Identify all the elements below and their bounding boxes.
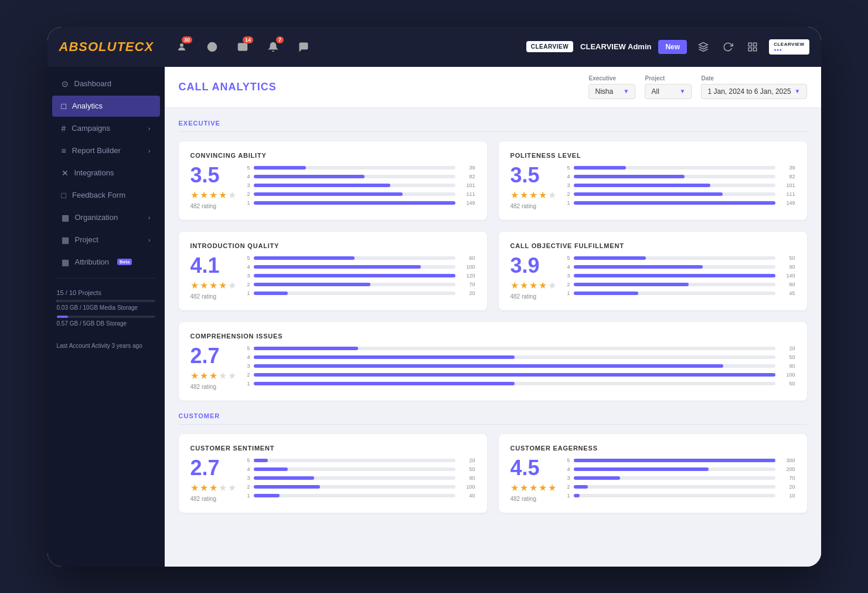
sidebar-item-dashboard[interactable]: ⊙ Dashboard [52, 73, 160, 94]
bar-row: 1 50 [246, 381, 795, 387]
bar-fill [254, 274, 455, 277]
rating-count: 482 rating [190, 384, 236, 390]
bar-value: 50 [779, 354, 795, 360]
bell-badge: 7 [276, 36, 284, 43]
bar-label: 1 [566, 493, 570, 499]
bar-track [254, 355, 775, 359]
project-label: Project [645, 75, 692, 82]
media-storage-bar-fill [57, 300, 57, 302]
attribution-badge: Beta [117, 259, 132, 265]
sidebar-item-analytics[interactable]: □ Analytics [52, 96, 160, 117]
user-badge: 30 [182, 36, 192, 43]
executive-select[interactable]: Nisha ▼ [588, 84, 635, 99]
cube-icon[interactable] [694, 38, 713, 56]
bar-label: 1 [246, 200, 250, 206]
bar-value: 149 [459, 200, 475, 206]
sidebar-item-integrations[interactable]: ✕ Integrations [52, 162, 160, 184]
grid-icon[interactable] [743, 38, 762, 56]
bar-row: 1 20 [246, 290, 475, 296]
metric-score: 3.9 [510, 255, 556, 276]
stars: ★★★★★ [510, 280, 556, 291]
bar-label: 3 [566, 273, 570, 279]
bar-row: 4 82 [566, 174, 795, 179]
bar-label: 2 [566, 191, 570, 197]
bar-value: 140 [779, 273, 795, 279]
sidebar-item-feedback-form[interactable]: □ Feedback Form [52, 185, 160, 206]
svg-point-0 [180, 43, 183, 47]
bar-label: 5 [566, 255, 570, 261]
project-chevron: ▼ [680, 88, 686, 94]
sidebar-item-organization[interactable]: ▦ Organization › [52, 207, 160, 228]
bar-track [574, 265, 775, 269]
bar-fill [254, 265, 421, 269]
app-logo: ABSOLUTECX [59, 39, 154, 55]
page-header: CALL ANALYTICS Executive Nisha ▼ Project… [165, 67, 821, 108]
sidebar-item-project[interactable]: ▦ Project › [52, 229, 160, 250]
metric-body: 4.1 ★★★★★ 482 rating 5 60 4 100 3 120 2 [190, 255, 475, 300]
metric-card-introduction-quality: INTRODUCTION QUALITY 4.1 ★★★★★ 482 ratin… [179, 232, 487, 310]
bar-row: 1 149 [566, 200, 795, 206]
bar-track [254, 347, 775, 350]
device-frame: ABSOLUTECX 30 14 7 CLEARVIEW [47, 27, 821, 567]
new-button[interactable]: New [658, 40, 687, 54]
metric-card-customer-eagerness: CUSTOMER EAGERNESS 4.5 ★★★★★ 482 rating … [499, 434, 807, 513]
bar-label: 3 [246, 182, 250, 188]
projects-label: 15 / 10 Projects [57, 289, 155, 296]
sidebar-item-attribution[interactable]: ▦ Attribution Beta [52, 252, 160, 273]
clearview-logo-2: CLEARVIEW●●● [769, 39, 809, 55]
campaigns-icon: # [62, 124, 66, 133]
clearview-logo: CLEARVIEW [526, 41, 573, 52]
project-select[interactable]: All ▼ [645, 84, 692, 99]
bars-area: 5 39 4 82 3 101 2 111 1 [246, 165, 475, 209]
bar-track [254, 494, 455, 497]
bar-row: 2 80 [566, 282, 795, 287]
bar-value: 50 [779, 381, 795, 387]
bar-track [574, 256, 775, 260]
user-icon-button[interactable]: 30 [171, 36, 192, 57]
metric-score: 4.1 [190, 255, 236, 276]
bar-fill [574, 283, 689, 286]
bar-fill [254, 364, 723, 368]
bar-row: 2 70 [246, 282, 475, 287]
admin-name: CLEARVIEW Admin [580, 42, 651, 51]
bar-label: 2 [246, 484, 250, 490]
bar-fill [254, 166, 306, 170]
bar-value: 39 [779, 165, 795, 171]
bar-row: 5 20 [246, 345, 795, 351]
metric-body: 2.7 ★★★★★ 482 rating 5 20 4 50 3 90 2 [190, 345, 795, 390]
bar-row: 3 140 [566, 273, 795, 279]
bar-label: 1 [566, 200, 570, 206]
bar-label: 1 [246, 290, 250, 296]
target-icon-button[interactable] [202, 36, 223, 57]
bar-fill [254, 494, 280, 497]
chat-icon-button[interactable] [293, 36, 314, 57]
bar-row: 3 101 [246, 182, 475, 188]
campaigns-arrow: › [148, 125, 151, 132]
bar-row: 5 50 [566, 255, 795, 261]
bell-icon-button[interactable]: 7 [263, 36, 284, 57]
refresh-icon[interactable] [719, 38, 737, 56]
bar-track [574, 467, 775, 471]
bar-value: 60 [459, 255, 475, 261]
date-select[interactable]: 1 Jan, 2024 to 6 Jan, 2025 ▼ [701, 84, 806, 99]
bar-fill [574, 256, 646, 260]
bar-row: 3 90 [246, 363, 795, 369]
metric-left: 3.5 ★★★★★ 482 rating [510, 165, 556, 209]
bar-label: 5 [246, 165, 250, 171]
media-storage-bar-bg [57, 300, 155, 302]
bar-value: 82 [459, 174, 475, 179]
mail-icon-button[interactable]: 14 [232, 36, 253, 57]
bar-value: 100 [459, 264, 475, 270]
bar-track [254, 283, 455, 286]
db-storage-bar-bg [57, 316, 155, 318]
sidebar-item-report-builder[interactable]: ≡ Report Builder › [52, 140, 160, 161]
bar-fill [254, 184, 391, 187]
bar-label: 4 [566, 174, 570, 179]
bar-track [254, 265, 455, 269]
metric-title: CUSTOMER EAGERNESS [510, 445, 795, 452]
bar-fill [254, 476, 314, 480]
sidebar-item-campaigns[interactable]: # Campaigns › [52, 118, 160, 139]
bar-row: 1 40 [246, 493, 475, 499]
bar-track [574, 292, 775, 295]
bar-row: 3 90 [246, 475, 475, 481]
